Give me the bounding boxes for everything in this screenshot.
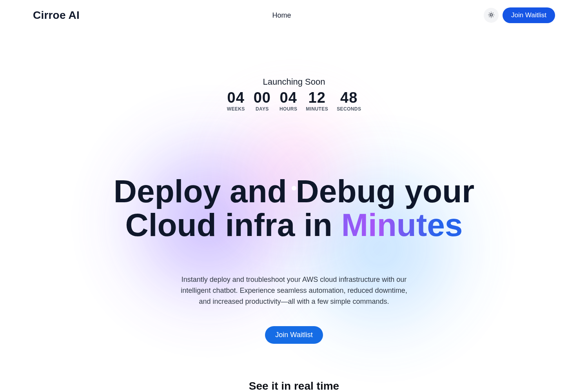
sun-icon [488,11,495,20]
countdown-minutes-val: 12 [306,89,328,106]
hero-section: Launching Soon 04 WEEKS 00 DAYS 04 HOURS… [0,25,588,392]
primary-nav: Home [80,11,484,20]
countdown-days-val: 00 [254,89,271,106]
nav-home[interactable]: Home [272,11,291,20]
countdown-seconds: 48 SECONDS [337,89,361,112]
launch-label: Launching Soon [227,77,361,87]
countdown-minutes: 12 MINUTES [306,89,328,112]
countdown-weeks: 04 WEEKS [227,89,245,112]
countdown-weeks-val: 04 [227,89,245,106]
headline-accent: Minutes [341,207,463,243]
hero-subheadline: Instantly deploy and troubleshoot your A… [176,274,412,307]
svg-point-0 [490,14,492,16]
svg-line-5 [489,13,490,13]
brand-logo[interactable]: Cirroe AI [33,9,80,22]
header-actions: Join Waitlist [484,7,555,23]
countdown-hours: 04 HOURS [279,89,297,112]
hero-headline: Deploy and Debug your Cloud infra in Min… [86,174,502,242]
svg-line-7 [489,16,490,17]
hero-join-waitlist-button[interactable]: Join Waitlist [265,326,323,344]
join-waitlist-button[interactable]: Join Waitlist [503,7,555,23]
countdown-hours-val: 04 [279,89,297,106]
theme-toggle-button[interactable] [484,8,499,23]
countdown-row: 04 WEEKS 00 DAYS 04 HOURS 12 MINUTES 48 … [227,89,361,112]
countdown-seconds-lab: SECONDS [337,106,361,112]
countdown-minutes-lab: MINUTES [306,106,328,112]
countdown-weeks-lab: WEEKS [227,106,245,112]
countdown-hours-lab: HOURS [279,106,297,112]
realtime-section-title: See it in real time [249,380,339,392]
countdown-seconds-val: 48 [337,89,361,106]
header: Cirroe AI Home Join Waitlist [0,0,588,25]
countdown-card: Launching Soon 04 WEEKS 00 DAYS 04 HOURS… [218,75,371,116]
svg-line-8 [493,13,493,13]
countdown-days: 00 DAYS [254,89,271,112]
countdown-days-lab: DAYS [254,106,271,112]
svg-line-6 [493,16,493,17]
